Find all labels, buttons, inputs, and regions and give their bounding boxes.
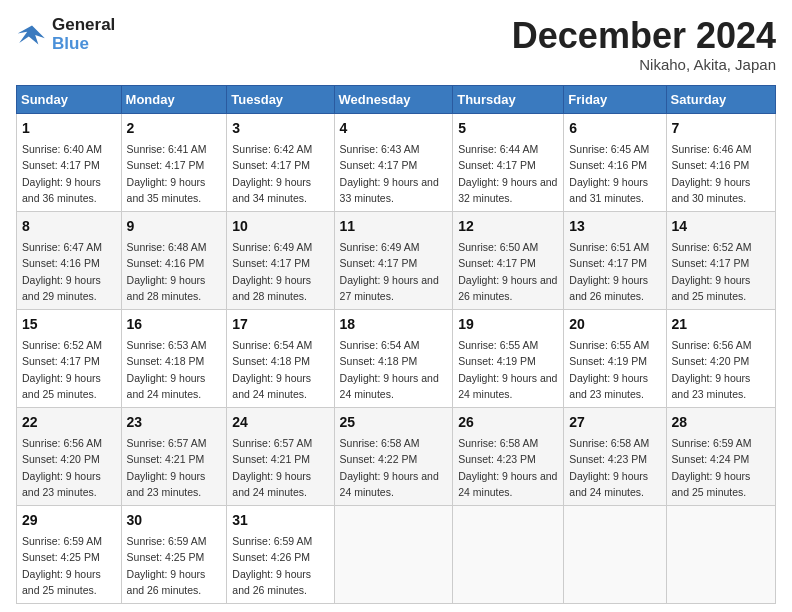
day-number: 29: [22, 510, 116, 531]
day-header-wednesday: Wednesday: [334, 85, 453, 113]
calendar-cell: 18Sunrise: 6:54 AMSunset: 4:18 PMDayligh…: [334, 309, 453, 407]
calendar-week-row: 22Sunrise: 6:56 AMSunset: 4:20 PMDayligh…: [17, 407, 776, 505]
day-number: 11: [340, 216, 448, 237]
day-number: 4: [340, 118, 448, 139]
month-title: December 2024: [512, 16, 776, 56]
day-number: 16: [127, 314, 222, 335]
day-header-friday: Friday: [564, 85, 666, 113]
day-detail: Sunrise: 6:53 AMSunset: 4:18 PMDaylight:…: [127, 339, 207, 401]
calendar-table: SundayMondayTuesdayWednesdayThursdayFrid…: [16, 85, 776, 604]
calendar-cell: 12Sunrise: 6:50 AMSunset: 4:17 PMDayligh…: [453, 211, 564, 309]
day-detail: Sunrise: 6:54 AMSunset: 4:18 PMDaylight:…: [340, 339, 439, 401]
day-detail: Sunrise: 6:52 AMSunset: 4:17 PMDaylight:…: [22, 339, 102, 401]
calendar-cell: 1Sunrise: 6:40 AMSunset: 4:17 PMDaylight…: [17, 113, 122, 211]
day-detail: Sunrise: 6:46 AMSunset: 4:16 PMDaylight:…: [672, 143, 752, 205]
day-detail: Sunrise: 6:51 AMSunset: 4:17 PMDaylight:…: [569, 241, 649, 303]
day-number: 1: [22, 118, 116, 139]
calendar-cell: 31Sunrise: 6:59 AMSunset: 4:26 PMDayligh…: [227, 505, 334, 603]
day-detail: Sunrise: 6:49 AMSunset: 4:17 PMDaylight:…: [232, 241, 312, 303]
day-number: 15: [22, 314, 116, 335]
day-number: 17: [232, 314, 328, 335]
calendar-cell: 3Sunrise: 6:42 AMSunset: 4:17 PMDaylight…: [227, 113, 334, 211]
day-detail: Sunrise: 6:56 AMSunset: 4:20 PMDaylight:…: [22, 437, 102, 499]
day-number: 26: [458, 412, 558, 433]
calendar-week-row: 1Sunrise: 6:40 AMSunset: 4:17 PMDaylight…: [17, 113, 776, 211]
day-detail: Sunrise: 6:55 AMSunset: 4:19 PMDaylight:…: [569, 339, 649, 401]
day-detail: Sunrise: 6:58 AMSunset: 4:22 PMDaylight:…: [340, 437, 439, 499]
day-number: 3: [232, 118, 328, 139]
day-detail: Sunrise: 6:41 AMSunset: 4:17 PMDaylight:…: [127, 143, 207, 205]
day-number: 31: [232, 510, 328, 531]
calendar-week-row: 8Sunrise: 6:47 AMSunset: 4:16 PMDaylight…: [17, 211, 776, 309]
day-number: 2: [127, 118, 222, 139]
day-number: 6: [569, 118, 660, 139]
day-number: 21: [672, 314, 770, 335]
day-header-sunday: Sunday: [17, 85, 122, 113]
day-detail: Sunrise: 6:57 AMSunset: 4:21 PMDaylight:…: [232, 437, 312, 499]
calendar-cell: 27Sunrise: 6:58 AMSunset: 4:23 PMDayligh…: [564, 407, 666, 505]
day-number: 18: [340, 314, 448, 335]
day-detail: Sunrise: 6:49 AMSunset: 4:17 PMDaylight:…: [340, 241, 439, 303]
day-detail: Sunrise: 6:42 AMSunset: 4:17 PMDaylight:…: [232, 143, 312, 205]
day-number: 27: [569, 412, 660, 433]
calendar-cell: 13Sunrise: 6:51 AMSunset: 4:17 PMDayligh…: [564, 211, 666, 309]
day-header-tuesday: Tuesday: [227, 85, 334, 113]
day-number: 23: [127, 412, 222, 433]
calendar-cell: 30Sunrise: 6:59 AMSunset: 4:25 PMDayligh…: [121, 505, 227, 603]
calendar-cell: 29Sunrise: 6:59 AMSunset: 4:25 PMDayligh…: [17, 505, 122, 603]
day-detail: Sunrise: 6:43 AMSunset: 4:17 PMDaylight:…: [340, 143, 439, 205]
day-detail: Sunrise: 6:56 AMSunset: 4:20 PMDaylight:…: [672, 339, 752, 401]
day-number: 30: [127, 510, 222, 531]
calendar-cell: 9Sunrise: 6:48 AMSunset: 4:16 PMDaylight…: [121, 211, 227, 309]
day-detail: Sunrise: 6:45 AMSunset: 4:16 PMDaylight:…: [569, 143, 649, 205]
logo-bird-icon: [16, 19, 48, 51]
day-number: 25: [340, 412, 448, 433]
day-number: 12: [458, 216, 558, 237]
day-detail: Sunrise: 6:57 AMSunset: 4:21 PMDaylight:…: [127, 437, 207, 499]
day-detail: Sunrise: 6:54 AMSunset: 4:18 PMDaylight:…: [232, 339, 312, 401]
location-subtitle: Nikaho, Akita, Japan: [512, 56, 776, 73]
calendar-cell: 2Sunrise: 6:41 AMSunset: 4:17 PMDaylight…: [121, 113, 227, 211]
calendar-cell: 19Sunrise: 6:55 AMSunset: 4:19 PMDayligh…: [453, 309, 564, 407]
calendar-cell: 5Sunrise: 6:44 AMSunset: 4:17 PMDaylight…: [453, 113, 564, 211]
day-detail: Sunrise: 6:52 AMSunset: 4:17 PMDaylight:…: [672, 241, 752, 303]
calendar-cell: 26Sunrise: 6:58 AMSunset: 4:23 PMDayligh…: [453, 407, 564, 505]
day-detail: Sunrise: 6:59 AMSunset: 4:24 PMDaylight:…: [672, 437, 752, 499]
day-number: 8: [22, 216, 116, 237]
day-number: 14: [672, 216, 770, 237]
day-detail: Sunrise: 6:59 AMSunset: 4:25 PMDaylight:…: [127, 535, 207, 597]
calendar-cell: 25Sunrise: 6:58 AMSunset: 4:22 PMDayligh…: [334, 407, 453, 505]
svg-marker-0: [18, 25, 45, 44]
calendar-cell: 16Sunrise: 6:53 AMSunset: 4:18 PMDayligh…: [121, 309, 227, 407]
day-number: 24: [232, 412, 328, 433]
day-number: 5: [458, 118, 558, 139]
day-number: 28: [672, 412, 770, 433]
day-detail: Sunrise: 6:40 AMSunset: 4:17 PMDaylight:…: [22, 143, 102, 205]
calendar-cell: [334, 505, 453, 603]
calendar-cell: 17Sunrise: 6:54 AMSunset: 4:18 PMDayligh…: [227, 309, 334, 407]
calendar-cell: 21Sunrise: 6:56 AMSunset: 4:20 PMDayligh…: [666, 309, 775, 407]
day-detail: Sunrise: 6:50 AMSunset: 4:17 PMDaylight:…: [458, 241, 557, 303]
day-detail: Sunrise: 6:59 AMSunset: 4:26 PMDaylight:…: [232, 535, 312, 597]
calendar-cell: 22Sunrise: 6:56 AMSunset: 4:20 PMDayligh…: [17, 407, 122, 505]
calendar-cell: 20Sunrise: 6:55 AMSunset: 4:19 PMDayligh…: [564, 309, 666, 407]
day-header-monday: Monday: [121, 85, 227, 113]
day-detail: Sunrise: 6:48 AMSunset: 4:16 PMDaylight:…: [127, 241, 207, 303]
title-block: December 2024 Nikaho, Akita, Japan: [512, 16, 776, 73]
page-header: General Blue December 2024 Nikaho, Akita…: [16, 16, 776, 73]
day-number: 7: [672, 118, 770, 139]
calendar-cell: 15Sunrise: 6:52 AMSunset: 4:17 PMDayligh…: [17, 309, 122, 407]
day-header-thursday: Thursday: [453, 85, 564, 113]
day-detail: Sunrise: 6:58 AMSunset: 4:23 PMDaylight:…: [458, 437, 557, 499]
day-number: 10: [232, 216, 328, 237]
calendar-cell: 14Sunrise: 6:52 AMSunset: 4:17 PMDayligh…: [666, 211, 775, 309]
day-detail: Sunrise: 6:58 AMSunset: 4:23 PMDaylight:…: [569, 437, 649, 499]
day-number: 9: [127, 216, 222, 237]
logo-text: General Blue: [52, 16, 115, 53]
calendar-week-row: 15Sunrise: 6:52 AMSunset: 4:17 PMDayligh…: [17, 309, 776, 407]
calendar-cell: [666, 505, 775, 603]
calendar-cell: 23Sunrise: 6:57 AMSunset: 4:21 PMDayligh…: [121, 407, 227, 505]
days-header-row: SundayMondayTuesdayWednesdayThursdayFrid…: [17, 85, 776, 113]
day-header-saturday: Saturday: [666, 85, 775, 113]
day-number: 20: [569, 314, 660, 335]
